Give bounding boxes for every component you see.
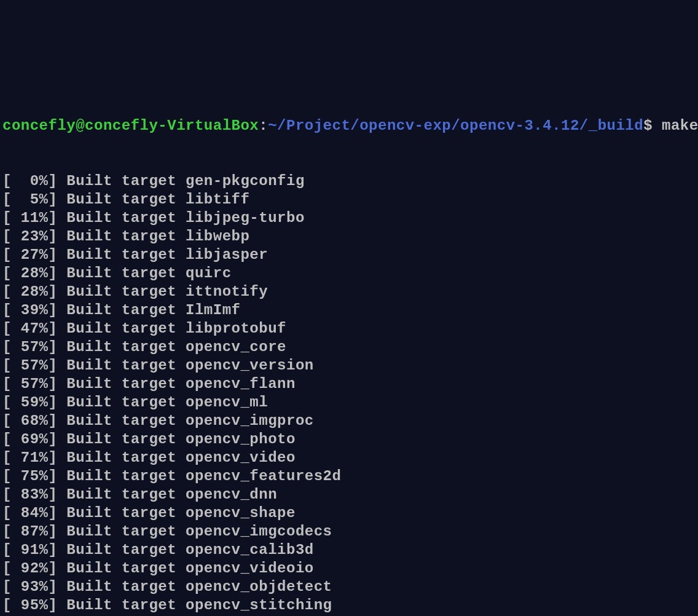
build-line: [ 93%] Built target opencv_objdetect <box>2 578 698 596</box>
current-path: ~/Project/opencv-exp/opencv-3.4.12/_buil… <box>268 117 643 135</box>
build-line: [ 57%] Built target opencv_version <box>2 357 698 375</box>
build-line: [ 28%] Built target ittnotify <box>2 283 698 301</box>
prompt-separator: : <box>259 117 268 135</box>
build-line: [ 57%] Built target opencv_flann <box>2 375 698 393</box>
prompt-line: concefly@concefly-VirtualBox:~/Project/o… <box>2 117 698 135</box>
build-line: [ 28%] Built target quirc <box>2 264 698 283</box>
build-line: [ 23%] Built target libwebp <box>2 227 698 246</box>
build-line: [ 68%] Built target opencv_imgproc <box>2 412 698 430</box>
build-output: [ 0%] Built target gen-pkgconfig[ 5%] Bu… <box>2 172 698 616</box>
build-line: [ 84%] Built target opencv_shape <box>2 504 698 523</box>
build-line: [ 91%] Built target opencv_calib3d <box>2 541 698 559</box>
build-line: [ 57%] Built target opencv_core <box>2 338 698 357</box>
build-line: [ 75%] Built target opencv_features2d <box>2 467 698 486</box>
build-line: [ 95%] Built target opencv_stitching <box>2 596 698 615</box>
build-line: [ 83%] Built target opencv_dnn <box>2 486 698 504</box>
build-line: [ 47%] Built target libprotobuf <box>2 320 698 338</box>
build-line: [ 87%] Built target opencv_imgcodecs <box>2 523 698 541</box>
build-line: [ 0%] Built target gen-pkgconfig <box>2 172 698 191</box>
prompt-symbol: $ <box>643 117 653 135</box>
build-line: [ 11%] Built target libjpeg-turbo <box>2 209 698 227</box>
terminal-window[interactable]: concefly@concefly-VirtualBox:~/Project/o… <box>2 80 698 616</box>
build-line: [ 5%] Built target libtiff <box>2 191 698 209</box>
build-line: [ 71%] Built target opencv_video <box>2 449 698 467</box>
user-host: concefly@concefly-VirtualBox <box>2 117 259 135</box>
build-line: [ 27%] Built target libjasper <box>2 246 698 264</box>
build-line: [ 39%] Built target IlmImf <box>2 301 698 320</box>
build-line: [ 69%] Built target opencv_photo <box>2 430 698 449</box>
build-line: [ 92%] Built target opencv_videoio <box>2 559 698 578</box>
command-input[interactable]: make -j4 <box>653 117 698 135</box>
build-line: [ 59%] Built target opencv_ml <box>2 393 698 412</box>
